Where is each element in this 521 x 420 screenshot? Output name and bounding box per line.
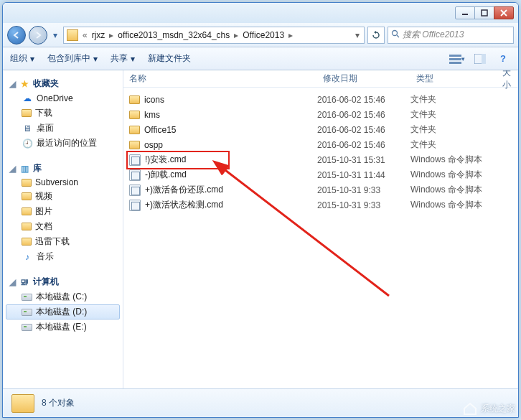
explorer-window: ▾ « rjxz ▸ office2013_msdn_32x64_chs ▸ O… — [2, 2, 519, 418]
file-name: kms — [144, 110, 160, 120]
favorites-group[interactable]: ◢★收藏夹 — [6, 76, 120, 91]
nav-music[interactable]: ♪音乐 — [6, 249, 120, 264]
nav-history-dropdown[interactable]: ▾ — [50, 28, 60, 42]
file-date: 2016-06-02 15:46 — [317, 110, 410, 120]
file-name: Office15 — [144, 125, 176, 135]
svg-rect-10 — [482, 54, 486, 64]
file-name: -)卸载.cmd — [145, 169, 187, 181]
refresh-button[interactable] — [367, 27, 385, 44]
preview-pane-button[interactable] — [472, 53, 488, 65]
file-row[interactable]: !)安装.cmd2015-10-31 15:31Windows 命令脚本 — [123, 152, 518, 167]
minimize-button[interactable] — [455, 6, 475, 19]
file-row[interactable]: +)激活备份还原.cmd2015-10-31 9:33Windows 命令脚本 — [123, 182, 518, 197]
computer-group[interactable]: ◢🖳计算机 — [6, 274, 120, 289]
file-type: Windows 命令脚本 — [410, 154, 497, 166]
file-date: 2016-06-02 15:46 — [317, 140, 410, 150]
file-row[interactable]: -)卸载.cmd2015-10-31 11:44Windows 命令脚本 — [123, 167, 518, 182]
nav-onedrive[interactable]: ☁OneDrive — [6, 91, 120, 106]
include-in-library-menu[interactable]: 包含到库中 ▾ — [47, 52, 98, 65]
svg-rect-1 — [482, 10, 487, 16]
svg-rect-8 — [449, 62, 461, 64]
nav-drive-c[interactable]: 本地磁盘 (C:) — [6, 289, 120, 304]
folder-icon — [11, 394, 34, 413]
libraries-group[interactable]: ◢▥库 — [6, 161, 120, 176]
recent-icon: 🕘 — [22, 138, 33, 149]
file-type: 文件夹 — [410, 108, 497, 121]
help-button[interactable]: ? — [495, 53, 511, 65]
breadcrumb-segment[interactable]: rjxz — [89, 30, 108, 40]
folder-icon — [22, 179, 32, 187]
nav-pictures[interactable]: 图片 — [6, 204, 120, 219]
nav-videos[interactable]: 视频 — [6, 189, 120, 204]
nav-downloads[interactable]: 下载 — [6, 106, 120, 121]
file-type: 文件夹 — [410, 139, 497, 151]
collapse-icon: ◢ — [9, 164, 16, 174]
folder-icon — [22, 238, 32, 246]
chevron-down-icon: ▾ — [131, 54, 135, 64]
script-icon — [129, 185, 141, 196]
nav-recent[interactable]: 🕘最近访问的位置 — [6, 136, 120, 151]
breadcrumb-segment[interactable]: office2013_msdn_32x64_chs — [115, 30, 233, 40]
nav-drive-e[interactable]: 本地磁盘 (E:) — [6, 319, 120, 335]
computer-icon: 🖳 — [19, 276, 30, 288]
titlebar — [3, 3, 518, 23]
chevron-down-icon: ▾ — [461, 55, 465, 62]
file-type: Windows 命令脚本 — [410, 184, 497, 196]
drive-icon — [22, 324, 32, 331]
script-icon — [129, 154, 141, 166]
folder-icon — [22, 192, 32, 200]
navigation-pane[interactable]: ◢★收藏夹 ☁OneDrive 下载 🖥桌面 🕘最近访问的位置 ◢▥库 Subv… — [3, 70, 123, 388]
organize-menu[interactable]: 组织 ▾ — [10, 52, 34, 65]
music-icon: ♪ — [22, 251, 33, 263]
file-type: Windows 命令脚本 — [410, 169, 497, 181]
chevron-right-icon: ▸ — [233, 30, 240, 40]
folder-icon — [129, 126, 140, 134]
file-type: 文件夹 — [410, 123, 497, 136]
folder-icon — [129, 95, 140, 104]
file-list[interactable]: icons2016-06-02 15:46文件夹kms2016-06-02 15… — [123, 88, 518, 217]
folder-icon — [22, 223, 32, 230]
view-options-button[interactable]: ▾ — [449, 53, 465, 65]
column-type[interactable]: 类型 — [410, 73, 497, 85]
new-folder-button[interactable]: 新建文件夹 — [148, 52, 191, 65]
search-input[interactable]: 搜索 Office2013 — [388, 27, 514, 44]
file-row[interactable]: kms2016-06-02 15:46文件夹 — [123, 107, 518, 122]
explorer-body: ◢★收藏夹 ☁OneDrive 下载 🖥桌面 🕘最近访问的位置 ◢▥库 Subv… — [3, 70, 518, 388]
column-name[interactable]: 名称 — [123, 73, 317, 85]
nav-xunlei[interactable]: 迅雷下载 — [6, 234, 120, 249]
back-button[interactable] — [7, 26, 26, 45]
breadcrumb-segment[interactable]: Office2013 — [240, 30, 287, 40]
breadcrumb[interactable]: « rjxz ▸ office2013_msdn_32x64_chs ▸ Off… — [63, 27, 365, 44]
file-date: 2015-10-31 11:44 — [317, 170, 410, 180]
maximize-button[interactable] — [474, 6, 494, 19]
file-date: 2015-10-31 9:33 — [317, 185, 410, 195]
file-date: 2015-10-31 15:31 — [317, 155, 410, 165]
file-row[interactable]: icons2016-06-02 15:46文件夹 — [123, 92, 518, 107]
status-text: 8 个对象 — [42, 397, 75, 409]
search-icon — [391, 29, 400, 40]
drive-icon — [22, 294, 32, 301]
file-row[interactable]: ospp2016-06-02 15:46文件夹 — [123, 137, 518, 152]
drive-icon — [22, 309, 32, 316]
search-placeholder: 搜索 Office2013 — [403, 29, 464, 41]
star-icon: ★ — [19, 78, 30, 90]
close-button[interactable] — [494, 6, 514, 19]
breadcrumb-dropdown[interactable]: ▾ — [354, 30, 361, 40]
share-menu[interactable]: 共享 ▾ — [111, 52, 135, 65]
file-row[interactable]: Office152016-06-02 15:46文件夹 — [123, 122, 518, 137]
folder-icon — [22, 207, 32, 215]
nav-subversion[interactable]: Subversion — [6, 176, 120, 189]
file-name: !)安装.cmd — [145, 154, 186, 166]
nav-documents[interactable]: 文档 — [6, 219, 120, 234]
file-date: 2015-10-31 9:33 — [317, 200, 410, 210]
script-icon — [129, 169, 141, 181]
status-bar: 8 个对象 — [3, 388, 518, 417]
address-bar: ▾ « rjxz ▸ office2013_msdn_32x64_chs ▸ O… — [3, 23, 518, 47]
file-row[interactable]: +)激活状态检测.cmd2015-10-31 9:33Windows 命令脚本 — [123, 197, 518, 213]
nav-drive-d[interactable]: 本地磁盘 (D:) — [6, 304, 120, 319]
nav-desktop[interactable]: 🖥桌面 — [6, 121, 120, 136]
column-date[interactable]: 修改日期 — [317, 73, 410, 85]
forward-button[interactable] — [29, 26, 47, 45]
svg-point-4 — [393, 31, 398, 36]
svg-line-5 — [397, 35, 399, 37]
